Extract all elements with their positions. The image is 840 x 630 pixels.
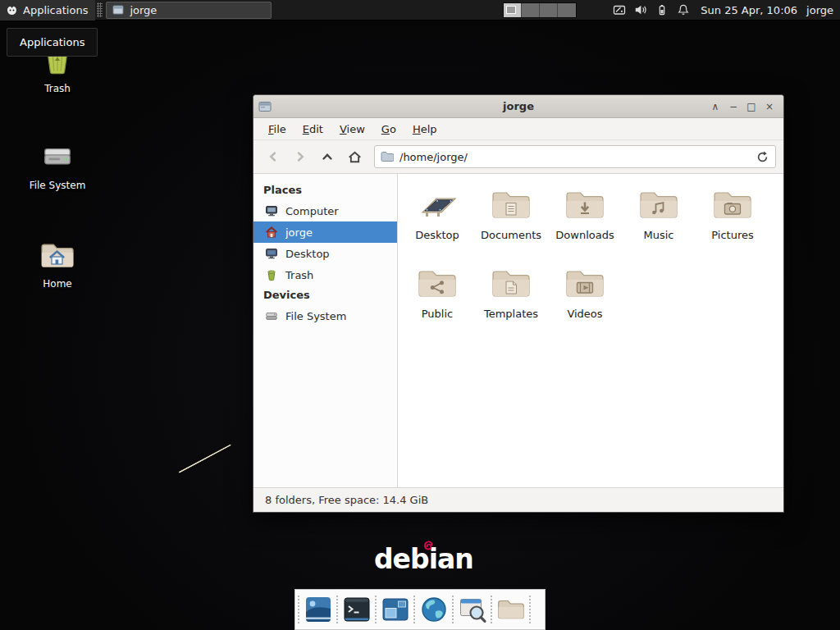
dock-web-browser-launcher[interactable] <box>418 594 450 625</box>
window-title: jorge <box>253 100 783 112</box>
location-path: /home/jorge/ <box>399 151 750 163</box>
sidebar: Places Computer <box>253 174 398 487</box>
menu-help[interactable]: Help <box>404 120 445 139</box>
workspace-4[interactable] <box>558 3 576 17</box>
applications-tooltip: Applications <box>7 28 98 57</box>
file-label: Public <box>422 308 453 320</box>
workspace-1[interactable] <box>504 3 522 17</box>
file-label: Downloads <box>555 229 614 241</box>
desktop-icon-home[interactable]: Home <box>18 238 97 290</box>
display-icon <box>265 247 278 260</box>
home-button[interactable] <box>342 145 367 168</box>
dock-desktop-settings-launcher[interactable] <box>303 594 334 625</box>
location-bar[interactable]: /home/jorge/ <box>374 145 776 168</box>
dock-workspaces-launcher[interactable] <box>380 594 411 625</box>
workspace-3[interactable] <box>540 3 558 17</box>
minimize-button[interactable]: − <box>724 98 742 116</box>
menu-file[interactable]: File <box>260 120 294 139</box>
reload-button[interactable] <box>756 150 769 164</box>
folder-public-icon <box>416 266 459 302</box>
file-label: Videos <box>567 308 602 320</box>
window-controls: ∧ − □ × <box>706 98 778 116</box>
file-label: Music <box>644 229 674 241</box>
maximize-button[interactable]: □ <box>742 98 760 116</box>
file-pictures[interactable]: Pictures <box>696 184 769 262</box>
panel-clock[interactable]: Sun 25 Apr, 10:06 <box>701 4 797 16</box>
location-folder-icon <box>381 151 394 162</box>
debian-swirl-icon <box>422 541 434 552</box>
workspace-window-thumb <box>506 6 516 14</box>
file-documents[interactable]: Documents <box>474 184 548 262</box>
folder-documents-icon <box>490 187 532 223</box>
desktop-surface-icon <box>416 187 459 223</box>
folder-music-icon <box>637 187 680 223</box>
web-browser-globe-icon <box>419 595 449 624</box>
taskbar-window-button[interactable]: jorge <box>106 2 272 19</box>
file-videos[interactable]: Videos <box>548 262 622 341</box>
file-label: Templates <box>484 308 538 320</box>
menu-view[interactable]: View <box>331 120 373 139</box>
panel-username: jorge <box>806 4 833 16</box>
sidebar-item-jorge[interactable]: jorge <box>253 221 397 243</box>
sidebar-item-label: jorge <box>285 226 313 239</box>
computer-icon <box>265 204 278 217</box>
dock-application-finder-launcher[interactable] <box>457 594 488 625</box>
applications-menu-button[interactable]: Applications <box>0 0 95 21</box>
workspaces-icon <box>381 595 410 624</box>
applications-menu-label: Applications <box>23 4 88 16</box>
desktop-icon-file-system[interactable]: File System <box>18 139 97 191</box>
menubar: File Edit View Go Help <box>253 118 783 140</box>
dock-handle <box>297 595 301 624</box>
drive-icon <box>265 309 278 322</box>
folder-pictures-icon <box>711 187 754 223</box>
menu-edit[interactable]: Edit <box>294 120 331 139</box>
tablet-settings-icon[interactable] <box>613 3 626 16</box>
dock-handle <box>451 595 455 624</box>
menu-go[interactable]: Go <box>373 120 404 139</box>
folder-downloads-icon <box>564 187 606 223</box>
titlebar[interactable]: jorge ∧ − □ × <box>253 95 783 118</box>
file-desktop[interactable]: Desktop <box>400 184 474 262</box>
file-list: Desktop Documents <box>398 174 783 487</box>
back-button[interactable] <box>261 145 285 168</box>
sidebar-item-desktop[interactable]: Desktop <box>253 243 397 264</box>
sidebar-item-label: Trash <box>285 269 313 281</box>
bottom-dock <box>294 589 546 630</box>
dock-file-manager-launcher[interactable] <box>495 594 527 625</box>
application-finder-icon <box>458 595 487 624</box>
file-templates[interactable]: Templates <box>474 262 548 341</box>
forward-button[interactable] <box>288 145 313 168</box>
up-button[interactable] <box>315 145 340 168</box>
sidebar-item-label: Computer <box>285 205 339 217</box>
terminal-icon <box>342 595 372 624</box>
workspace-switcher <box>503 2 577 18</box>
file-label: Documents <box>481 229 541 241</box>
sidebar-item-file-system[interactable]: File System <box>253 305 397 326</box>
workspace-2[interactable] <box>522 3 540 17</box>
shade-button[interactable]: ∧ <box>706 98 724 116</box>
home-icon <box>265 226 278 239</box>
file-music[interactable]: Music <box>622 184 696 262</box>
window-content: Places Computer <box>253 174 783 487</box>
chevron-right-icon <box>293 149 308 164</box>
battery-icon[interactable] <box>655 3 669 16</box>
sidebar-item-computer[interactable]: Computer <box>253 200 397 221</box>
desktop-line-artifact <box>179 444 232 473</box>
chevron-up-icon <box>320 149 335 164</box>
window-icon <box>258 100 272 113</box>
file-public[interactable]: Public <box>400 262 474 341</box>
sidebar-item-trash[interactable]: Trash <box>253 264 397 285</box>
file-label: Pictures <box>711 229 753 241</box>
file-downloads[interactable]: Downloads <box>548 184 622 262</box>
volume-icon[interactable] <box>634 3 647 16</box>
chevron-left-icon <box>266 149 281 164</box>
close-button[interactable]: × <box>760 98 778 116</box>
folder-videos-icon <box>564 266 606 302</box>
sidebar-header-places: Places <box>253 180 397 200</box>
sidebar-item-label: File System <box>285 310 346 322</box>
home-folder-icon <box>39 238 76 272</box>
file-label: Desktop <box>415 229 459 241</box>
file-manager-icon <box>112 4 124 16</box>
notifications-bell-icon[interactable] <box>677 3 690 16</box>
dock-terminal-launcher[interactable] <box>341 594 372 625</box>
